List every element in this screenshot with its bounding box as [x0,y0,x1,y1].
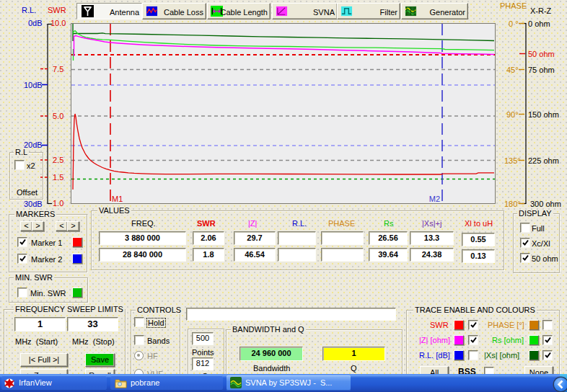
svg-text:M2: M2 [429,195,440,203]
svg-text:M1: M1 [112,195,123,203]
